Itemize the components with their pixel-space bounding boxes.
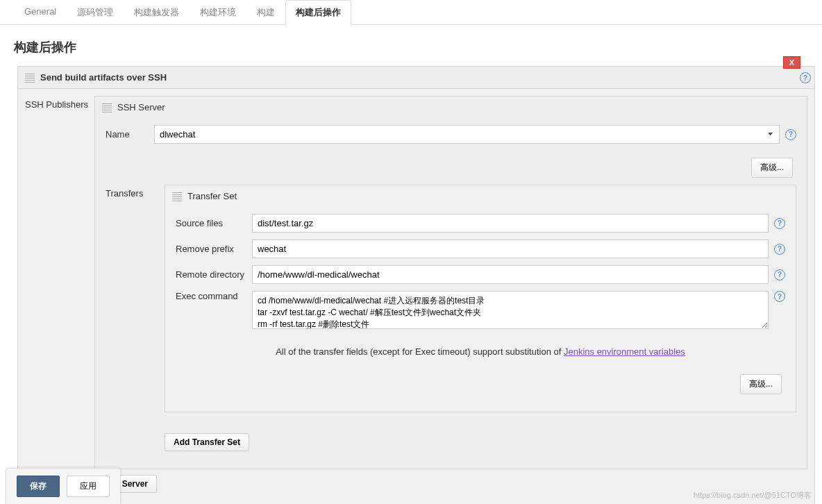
ssh-server-block: SSH Server Name dlwechat ? xyxy=(94,96,807,469)
help-icon[interactable]: ? xyxy=(774,291,785,302)
drag-handle-icon[interactable] xyxy=(25,73,35,83)
remove-prefix-input[interactable] xyxy=(252,240,769,258)
name-label: Name xyxy=(106,129,154,140)
tab-postbuild[interactable]: 构建后操作 xyxy=(285,0,351,25)
apply-button[interactable]: 应用 xyxy=(67,476,110,497)
exec-command-textarea[interactable] xyxy=(252,291,769,329)
remote-directory-input[interactable] xyxy=(252,265,769,284)
transfers-label: Transfers xyxy=(106,185,165,199)
advanced-button[interactable]: 高级... xyxy=(740,374,782,394)
help-icon[interactable]: ? xyxy=(774,244,785,255)
transfer-set-block: Transfer Set Source files ? xyxy=(165,185,796,412)
watermark: https://blog.csdn.net/@51CTO博客 xyxy=(694,490,812,501)
remote-directory-label: Remote directory xyxy=(176,269,252,280)
save-button[interactable]: 保存 xyxy=(17,476,60,497)
substitution-note: All of the transfer fields (except for E… xyxy=(176,336,785,367)
source-files-label: Source files xyxy=(176,218,252,228)
post-build-block: X ? Send build artifacts over SSH SSH Pu… xyxy=(17,66,815,504)
exec-command-label: Exec command xyxy=(176,291,252,301)
block-title: Send build artifacts over SSH xyxy=(40,72,167,83)
drag-handle-icon[interactable] xyxy=(102,103,112,112)
help-icon[interactable]: ? xyxy=(785,129,796,140)
section-title: 构建后操作 xyxy=(0,25,822,66)
drag-handle-icon[interactable] xyxy=(172,192,182,201)
tab-build[interactable]: 构建 xyxy=(246,0,285,24)
tab-general[interactable]: General xyxy=(14,0,67,24)
config-tabs: General 源码管理 构建触发器 构建环境 构建 构建后操作 xyxy=(0,0,822,25)
ssh-server-header: SSH Server xyxy=(117,102,165,112)
delete-step-button[interactable]: X xyxy=(783,56,800,69)
tab-env[interactable]: 构建环境 xyxy=(190,0,246,24)
remove-prefix-label: Remove prefix xyxy=(176,244,252,254)
advanced-button[interactable]: 高级... xyxy=(751,158,793,178)
add-transfer-set-button[interactable]: Add Transfer Set xyxy=(165,433,249,451)
block-header: Send build artifacts over SSH xyxy=(18,67,814,89)
help-icon[interactable]: ? xyxy=(774,218,785,229)
ssh-name-select[interactable]: dlwechat xyxy=(154,125,780,144)
source-files-input[interactable] xyxy=(252,214,769,233)
help-icon[interactable]: ? xyxy=(800,72,811,83)
tab-triggers[interactable]: 构建触发器 xyxy=(124,0,190,24)
ssh-publishers-label: SSH Publishers xyxy=(25,96,94,493)
help-icon[interactable]: ? xyxy=(774,269,785,280)
footer-bar: 保存 应用 xyxy=(6,468,121,504)
transfer-set-header: Transfer Set xyxy=(187,191,237,201)
tab-scm[interactable]: 源码管理 xyxy=(67,0,124,24)
env-vars-link[interactable]: Jenkins environment variables xyxy=(564,346,685,357)
